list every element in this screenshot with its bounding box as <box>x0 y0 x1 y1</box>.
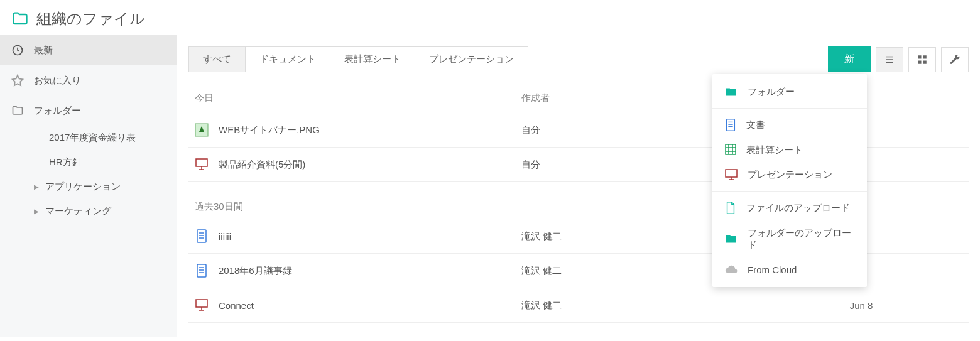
settings-button[interactable] <box>941 47 969 72</box>
file-name: Connect <box>219 300 521 311</box>
dropdown-label: From Cloud <box>748 264 854 276</box>
dropdown-item-folder[interactable]: フォルダー <box>712 79 867 104</box>
file-type-icon <box>195 229 209 243</box>
sidebar: 最新 お気に入り フォルダー 2017年度資金繰り表 HR方針 ▶ アプリケーシ… <box>0 35 177 337</box>
spreadsheet-icon <box>725 144 736 155</box>
dropdown-label: 文書 <box>746 119 854 131</box>
caret-right-icon: ▶ <box>34 183 39 190</box>
caret-right-icon: ▶ <box>34 208 39 215</box>
folder-icon <box>11 10 29 28</box>
star-icon <box>11 74 24 87</box>
main-content: すべて ドキュメント 表計算シート プレゼンテーション 新 今日 作成者 WEB… <box>177 35 980 337</box>
file-type-icon <box>195 123 209 137</box>
svg-rect-6 <box>918 60 921 63</box>
svg-rect-4 <box>918 55 921 58</box>
tab-document[interactable]: ドキュメント <box>246 47 330 72</box>
view-list-button[interactable] <box>876 47 903 72</box>
svg-rect-14 <box>197 264 206 277</box>
sidebar-item-recent[interactable]: 最新 <box>0 35 177 65</box>
sidebar-sub-label: マーケティング <box>45 205 111 217</box>
file-name: 製品紹介資料(5分間) <box>219 159 521 171</box>
file-row[interactable]: Connect滝沢 健二Jun 8 <box>188 288 969 323</box>
sidebar-item-folders[interactable]: フォルダー <box>0 95 177 126</box>
file-type-icon <box>195 298 209 312</box>
file-type-icon <box>195 264 209 278</box>
dropdown-label: プレゼンテーション <box>748 168 854 181</box>
file-creator: 滝沢 健二 <box>521 300 760 311</box>
sidebar-item-label: フォルダー <box>34 105 81 117</box>
svg-rect-5 <box>923 55 927 58</box>
sidebar-sub-applications[interactable]: ▶ アプリケーション <box>13 175 177 199</box>
dropdown-label: ファイルのアップロード <box>746 202 854 214</box>
dropdown-item-presentation[interactable]: プレゼンテーション <box>712 162 867 187</box>
toolbar: すべて ドキュメント 表計算シート プレゼンテーション 新 <box>188 35 969 80</box>
svg-rect-7 <box>923 60 927 63</box>
dropdown-label: 表計算シート <box>746 144 854 156</box>
sidebar-item-label: お気に入り <box>34 75 81 87</box>
list-icon <box>884 54 895 65</box>
dropdown-item-spreadsheet[interactable]: 表計算シート <box>712 138 867 163</box>
file-type-icon <box>195 158 209 171</box>
dropdown-label: フォルダーのアップロード <box>748 227 854 251</box>
column-header-today: 今日 <box>195 92 521 104</box>
tab-presentation[interactable]: プレゼンテーション <box>415 47 528 72</box>
file-date: Jun 8 <box>760 300 962 311</box>
sidebar-sub-marketing[interactable]: ▶ マーケティング <box>13 199 177 224</box>
svg-rect-18 <box>196 300 207 307</box>
sidebar-sub-label: 2017年度資金繰り表 <box>49 132 136 144</box>
dropdown-item-document[interactable]: 文書 <box>712 112 867 138</box>
sidebar-sub-budget2017[interactable]: 2017年度資金繰り表 <box>13 126 177 150</box>
page-title: 組織のファイル <box>36 9 145 29</box>
folder-fill-icon <box>725 87 738 97</box>
tab-all[interactable]: すべて <box>189 47 246 72</box>
sidebar-sublist: 2017年度資金繰り表 HR方針 ▶ アプリケーション ▶ マーケティング <box>0 126 177 224</box>
sidebar-item-label: 最新 <box>34 45 53 57</box>
svg-rect-23 <box>726 144 736 154</box>
view-grid-button[interactable] <box>908 47 936 72</box>
new-button[interactable]: 新 <box>828 46 871 72</box>
cloud-icon <box>725 265 738 274</box>
dropdown-item-upload-file[interactable]: ファイルのアップロード <box>712 195 867 220</box>
sidebar-sub-label: アプリケーション <box>45 181 121 193</box>
folder-upload-icon <box>725 234 738 244</box>
grid-icon <box>917 54 928 65</box>
new-dropdown: フォルダー 文書 表計算シート プレゼンテーション ファイルのアップロード <box>712 74 867 287</box>
file-upload-icon <box>725 202 736 214</box>
svg-rect-9 <box>196 159 207 166</box>
dropdown-item-from-cloud[interactable]: From Cloud <box>712 257 867 283</box>
tab-spreadsheet[interactable]: 表計算シート <box>330 47 415 72</box>
sidebar-sub-hr[interactable]: HR方針 <box>13 150 177 175</box>
folder-outline-icon <box>11 104 24 117</box>
sidebar-item-favorites[interactable]: お気に入り <box>0 65 177 95</box>
presentation-icon <box>725 169 738 180</box>
wrench-icon <box>949 54 961 65</box>
dropdown-item-upload-folder[interactable]: フォルダーのアップロード <box>712 220 867 257</box>
file-name: WEBサイトバナー.PNG <box>219 124 521 136</box>
clock-icon <box>11 44 24 57</box>
svg-rect-10 <box>197 230 206 242</box>
page-header: 組織のファイル <box>0 0 980 35</box>
dropdown-label: フォルダー <box>748 85 854 98</box>
svg-rect-28 <box>726 170 737 177</box>
file-name: iiiiii <box>219 231 521 242</box>
svg-rect-19 <box>727 119 735 130</box>
file-name: 2018年6月議事録 <box>219 265 521 277</box>
sidebar-sub-label: HR方針 <box>49 156 82 168</box>
document-icon <box>725 119 736 131</box>
filter-tabs: すべて ドキュメント 表計算シート プレゼンテーション <box>188 46 528 72</box>
